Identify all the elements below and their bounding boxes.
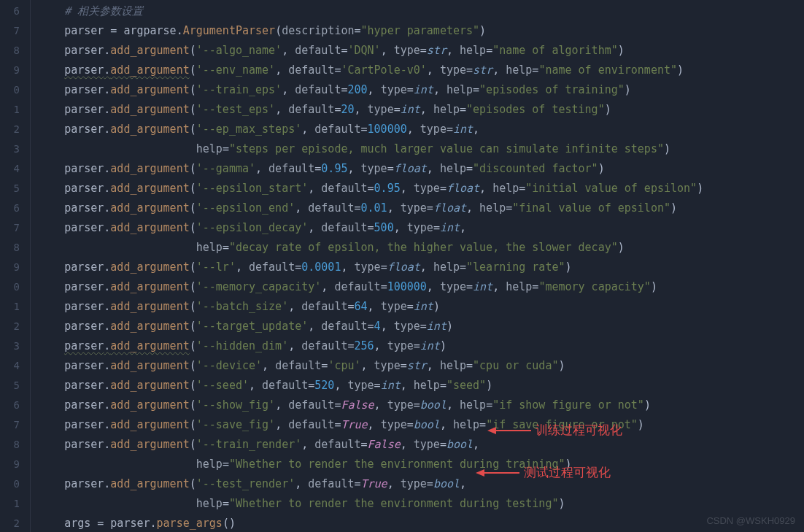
line-number: 0 (0, 80, 20, 100)
code-line: parser.add_argument('--env_name', defaul… (38, 61, 804, 80)
code-line: parser.add_argument('--hidden_dim', defa… (38, 336, 804, 356)
code-line: parser.add_argument('--test_render', def… (38, 474, 804, 494)
code-line: parser.add_argument('--lr', default=0.00… (38, 258, 804, 277)
code-line: parser.add_argument('--ep_max_steps', de… (38, 120, 804, 139)
line-number: 8 (0, 238, 20, 258)
code-line: parser.add_argument('--gamma', default=0… (38, 159, 804, 179)
line-number: 3 (0, 139, 20, 159)
code-editor: 678901234567890123456789012 # 相关参数设置 par… (0, 0, 804, 532)
line-number: 3 (0, 336, 20, 356)
code-line: args = parser.parse_args() (38, 514, 804, 532)
code-line: parser = argparse.ArgumentParser(descrip… (38, 21, 804, 41)
line-number: 7 (0, 218, 20, 238)
line-number: 0 (0, 277, 20, 297)
code-line: parser.add_argument('--train_eps', defau… (38, 80, 804, 100)
line-number-gutter: 678901234567890123456789012 (0, 0, 31, 532)
line-number: 2 (0, 317, 20, 336)
code-line: help="steps per episode, much larger val… (38, 139, 804, 159)
code-line: parser.add_argument('--epsilon_decay', d… (38, 218, 804, 238)
line-number: 6 (0, 396, 20, 415)
line-number: 5 (0, 179, 20, 198)
line-number: 4 (0, 356, 20, 376)
code-line: # 相关参数设置 (38, 1, 804, 21)
code-line: parser.add_argument('--epsilon_end', def… (38, 198, 804, 218)
line-number: 8 (0, 41, 20, 61)
line-number: 9 (0, 61, 20, 80)
line-number: 1 (0, 494, 20, 514)
line-number: 2 (0, 120, 20, 139)
line-number: 1 (0, 100, 20, 120)
line-number: 1 (0, 297, 20, 317)
code-line: parser.add_argument('--show_fig', defaul… (38, 396, 804, 415)
code-line: parser.add_argument('--seed', default=52… (38, 376, 804, 396)
line-number: 7 (0, 21, 20, 41)
code-line: parser.add_argument('--device', default=… (38, 356, 804, 376)
code-line: parser.add_argument('--batch_size', defa… (38, 297, 804, 317)
code-line: parser.add_argument('--save_fig', defaul… (38, 415, 804, 435)
line-number: 9 (0, 455, 20, 474)
line-number: 6 (0, 1, 20, 21)
line-number: 2 (0, 514, 20, 532)
code-line: help="Whether to render the environment … (38, 455, 804, 474)
watermark: CSDN @WSKH0929 (706, 515, 795, 526)
code-line: parser.add_argument('--target_update', d… (38, 317, 804, 336)
line-number: 7 (0, 415, 20, 435)
code-line: parser.add_argument('--train_render', de… (38, 435, 804, 455)
line-number: 8 (0, 435, 20, 455)
code-line: parser.add_argument('--algo_name', defau… (38, 41, 804, 61)
code-line: parser.add_argument('--test_eps', defaul… (38, 100, 804, 120)
code-line: parser.add_argument('--epsilon_start', d… (38, 179, 804, 198)
code-area[interactable]: # 相关参数设置 parser = argparse.ArgumentParse… (31, 0, 804, 532)
line-number: 9 (0, 258, 20, 277)
code-line: help="Whether to render the environment … (38, 494, 804, 514)
line-number: 0 (0, 474, 20, 494)
line-number: 6 (0, 198, 20, 218)
line-number: 5 (0, 376, 20, 396)
code-line: parser.add_argument('--memory_capacity',… (38, 277, 804, 297)
code-line: help="decay rate of epsilon, the higher … (38, 238, 804, 258)
line-number: 4 (0, 159, 20, 179)
